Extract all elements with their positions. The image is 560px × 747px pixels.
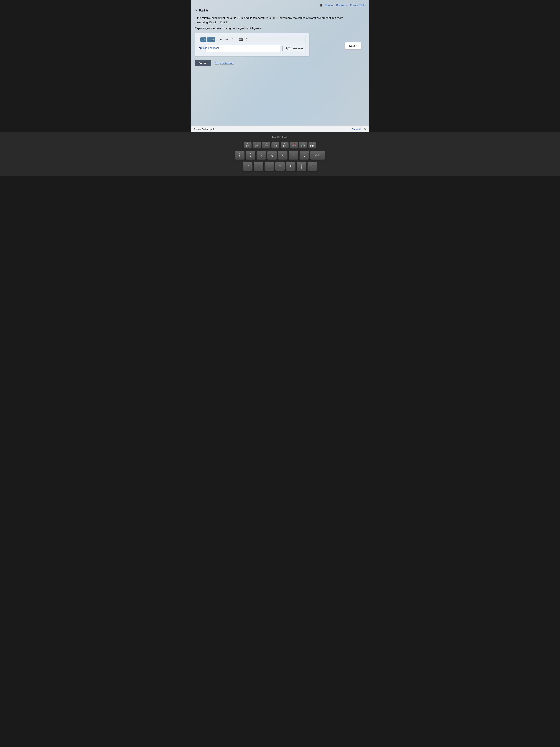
greek-button[interactable]: ΑΣφ (207, 37, 215, 42)
key-f12[interactable]: 🔊 F12 (308, 142, 317, 149)
key-i[interactable]: I (264, 162, 274, 171)
sep2: | (348, 4, 348, 6)
key-open-bracket[interactable]: { [ (297, 162, 306, 171)
fn-key-row: ☀ F5 ☀ F6 ⏮ F7 ⏯ F8 ⏭ F9 🔇 F10 🔉 F11 🔊 (243, 142, 317, 149)
next-button[interactable]: Next > (345, 42, 362, 49)
math-toolbar: √□ ΑΣφ ↩ ↪ ↺ ⌨ ? (199, 36, 306, 43)
key-f10[interactable]: 🔇 F10 (290, 142, 298, 149)
request-answer-button[interactable]: Request Answer (215, 62, 234, 65)
key-delete[interactable]: dele (310, 151, 325, 160)
key-7[interactable]: & 7 (246, 151, 256, 160)
key-minus[interactable]: _ - (289, 151, 298, 160)
key-y[interactable]: Y (243, 162, 252, 171)
part-header: ▼ Part A (195, 9, 365, 12)
math-button[interactable]: √□ (201, 37, 206, 42)
status-left: 2 Note Outlin....pdf ^ (194, 128, 216, 131)
number-key-row: ^ 6 & 7 * 8 ( 9 ) 0 _ - + = dele (235, 151, 325, 160)
instruction-text: Express your answer using two significan… (195, 26, 365, 30)
answer-container: √□ ΑΣφ ↩ ↪ ↺ ⌨ ? N = H2O molecules (195, 33, 310, 56)
caret-icon[interactable]: ^ (215, 128, 216, 131)
key-f9[interactable]: ⏭ F9 (281, 142, 289, 149)
key-equals[interactable]: + = (299, 151, 309, 160)
part-title: Part A (199, 9, 208, 12)
help-button[interactable]: ? (245, 37, 249, 42)
key-9[interactable]: ( 9 (267, 151, 277, 160)
key-8[interactable]: * 8 (257, 151, 266, 160)
key-f7[interactable]: ⏮ F7 (262, 142, 270, 149)
key-o[interactable]: O (275, 162, 285, 171)
submit-button[interactable]: Submit (195, 60, 211, 66)
key-f11[interactable]: 🔉 F11 (299, 142, 307, 149)
pdf-filename: 2 Note Outlin....pdf (194, 128, 214, 131)
key-close-bracket[interactable]: } ] (308, 162, 317, 171)
sep1: | (334, 4, 334, 6)
refresh-button[interactable]: ↺ (230, 37, 234, 42)
key-0[interactable]: ) 0 (278, 151, 288, 160)
keyboard-area: MacBook Air ☀ F5 ☀ F6 ⏮ F7 ⏯ F8 ⏭ F9 🔇 F… (0, 132, 560, 176)
provide-feedback-button[interactable]: Provide Feedback (198, 47, 219, 49)
undo-button[interactable]: ↩ (219, 37, 223, 42)
status-right: Show All ✕ (352, 128, 366, 131)
letter-row: Y U I O P { [ } ] (243, 162, 317, 171)
key-6[interactable]: ^ 6 (235, 151, 245, 160)
keyboard-button[interactable]: ⌨ (238, 37, 244, 42)
unit-label: H2O molecules (283, 46, 306, 51)
key-p[interactable]: P (286, 162, 296, 171)
key-f5[interactable]: ☀ F5 (243, 142, 252, 149)
action-row: Submit Request Answer (195, 60, 365, 66)
key-f6[interactable]: ☀ F6 (253, 142, 261, 149)
key-u[interactable]: U (254, 162, 263, 171)
pause-icon (320, 4, 322, 6)
top-bar: Review | Constants | Periodic Table (195, 4, 365, 6)
constants-link[interactable]: Constants (336, 4, 347, 6)
show-all-button[interactable]: Show All (352, 128, 361, 131)
status-bar: 2 Note Outlin....pdf ^ Show All ✕ (191, 126, 369, 132)
toolbar-separator (217, 38, 217, 42)
key-f8[interactable]: ⏯ F8 (271, 142, 279, 149)
collapse-arrow[interactable]: ▼ (195, 9, 197, 12)
redo-button[interactable]: ↪ (224, 37, 229, 42)
macbook-label: MacBook Air (272, 136, 288, 138)
periodic-table-link[interactable]: Periodic Table (350, 4, 365, 6)
close-button[interactable]: ✕ (364, 128, 366, 131)
question-text-line1: If the relative humidity of the air is 6… (195, 16, 350, 25)
review-link[interactable]: Review (325, 4, 333, 6)
